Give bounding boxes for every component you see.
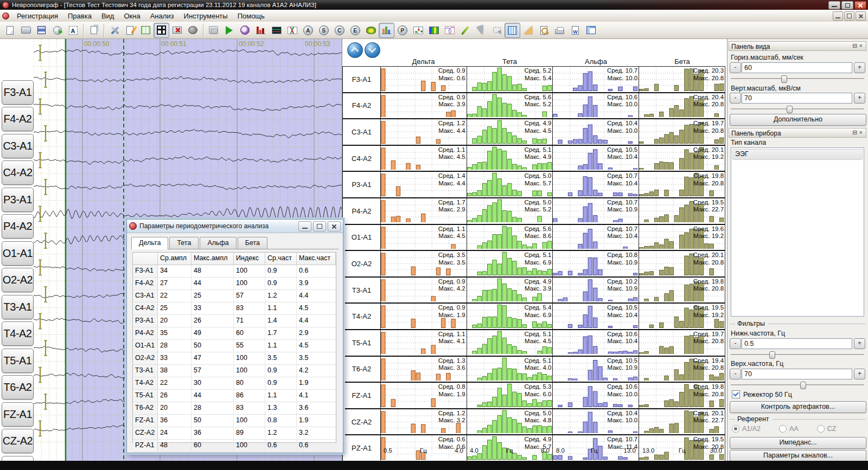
eeg-monitor-icon[interactable] <box>269 23 284 38</box>
channel-button-f3-a1[interactable]: F3-A1 <box>2 80 34 105</box>
artifact-control-button[interactable]: Контроль артефактов... <box>730 401 866 413</box>
table-row-t3-a1[interactable]: T3-A138571000.94.2 <box>133 365 336 377</box>
ruler-icon[interactable] <box>520 23 536 38</box>
table-row-p4-a2[interactable]: P4-A23549601.72.9 <box>133 327 336 340</box>
menu-item-5[interactable]: Анализ <box>145 11 179 21</box>
menu-item-3[interactable]: Вид <box>97 11 119 21</box>
horiz-scale-slider[interactable] <box>731 75 864 82</box>
histogram-red-icon[interactable] <box>253 23 269 38</box>
layout-panels-icon[interactable] <box>583 23 599 38</box>
panel-close-icon[interactable]: × <box>859 42 864 49</box>
preview-icon[interactable] <box>536 23 552 38</box>
high-freq-slider[interactable] <box>731 382 864 388</box>
scroll-down-button[interactable] <box>365 42 380 58</box>
spectral-map-icon[interactable] <box>426 23 442 38</box>
sphere-icon[interactable] <box>185 23 201 38</box>
dock-icon[interactable]: ⊟ <box>852 42 859 49</box>
impedance-button[interactable]: Импеданс... <box>730 437 866 449</box>
low-freq-slider[interactable] <box>731 351 864 358</box>
circle-c-icon[interactable]: C <box>331 23 347 38</box>
notch-filter-checkbox[interactable]: Режектор 50 Гц <box>732 390 792 398</box>
close-button[interactable] <box>854 1 866 9</box>
export-cd-icon[interactable] <box>49 23 65 38</box>
channel-button-pz-a1[interactable]: PZ-A1 <box>2 456 34 461</box>
table-row-o1-a1[interactable]: O1-A12850551.14.5 <box>133 340 336 352</box>
channel-button-o1-a1[interactable]: O1-A1 <box>2 241 34 266</box>
dialog-maximize-button[interactable] <box>313 221 326 231</box>
channel-button-c3-a1[interactable]: C3-A1 <box>2 134 34 158</box>
scroll-up-button[interactable] <box>347 42 363 58</box>
menu-item-7[interactable]: Помощь <box>233 11 270 21</box>
table-row-c3-a1[interactable]: C3-A12225571.24.4 <box>133 290 336 302</box>
vert-scale-slider[interactable] <box>731 106 864 112</box>
channel-button-f4-a2[interactable]: F4-A2 <box>2 107 34 131</box>
vert-scale-value[interactable]: 70 <box>742 93 852 104</box>
channel-button-fz-a1[interactable]: FZ-A1 <box>2 402 34 427</box>
table-row-t6-a2[interactable]: T6-A22028831.33.6 <box>133 402 336 415</box>
table-row-fz-a1[interactable]: FZ-A136501000.81.9 <box>133 415 336 427</box>
table-row-f3-a1[interactable]: F3-A134481000.90.6 <box>133 265 336 278</box>
circle-e-icon[interactable]: E <box>347 23 363 38</box>
low-freq-minus-button[interactable]: - <box>730 338 741 349</box>
play-icon[interactable] <box>221 23 237 38</box>
low-freq-plus-button[interactable]: + <box>854 338 865 349</box>
histogram-analysis-icon[interactable] <box>379 23 394 38</box>
copy-page-icon[interactable] <box>86 23 101 38</box>
wave-overlay-icon[interactable] <box>442 23 457 38</box>
vert-plus-button[interactable]: + <box>854 93 865 104</box>
tools-icon[interactable] <box>106 23 122 38</box>
screen-delete-icon[interactable] <box>169 23 185 38</box>
edit-protocol-icon[interactable] <box>122 23 138 38</box>
dialog-minimize-button[interactable] <box>298 221 311 231</box>
channel-button-t5-a1[interactable]: T5-A1 <box>2 349 34 373</box>
minimize-button[interactable] <box>828 1 840 9</box>
channel-params-button[interactable]: Параметры каналов... <box>730 450 866 462</box>
circle-p-icon[interactable]: P <box>394 23 410 38</box>
circle-s-icon[interactable]: S <box>316 23 331 38</box>
maximize-button[interactable] <box>841 1 853 9</box>
high-freq-minus-button[interactable]: - <box>730 369 741 379</box>
menu-item-1[interactable]: Регистрация <box>12 11 63 21</box>
selection-lasso-icon[interactable] <box>489 23 505 38</box>
channel-button-cz-a2[interactable]: CZ-A2 <box>2 429 34 453</box>
mdi-close-button[interactable] <box>856 11 866 21</box>
dialog-tab-1[interactable]: Дельта <box>131 237 168 249</box>
menu-item-6[interactable]: Инструменты <box>179 11 233 21</box>
mdi-system-menu-icon[interactable] <box>2 12 9 20</box>
mdi-minimize-button[interactable] <box>833 11 843 21</box>
cursor-arrow-icon[interactable] <box>473 23 489 38</box>
text-frame-icon[interactable]: A <box>65 23 81 38</box>
channel-button-t6-a2[interactable]: T6-A2 <box>2 375 34 400</box>
dialog-close-button[interactable] <box>328 221 341 231</box>
additional-button[interactable]: Дополнительно <box>730 114 866 126</box>
trend-plot-icon[interactable] <box>410 23 426 38</box>
referent-radio-cz[interactable]: CZ <box>817 425 837 433</box>
table-view-icon[interactable] <box>505 23 520 38</box>
table-row-f4-a2[interactable]: F4-A227441000.93.9 <box>133 278 336 290</box>
channel-type-list[interactable]: ЭЭГ <box>731 147 864 317</box>
print-icon[interactable] <box>552 23 567 38</box>
dialog-title-bar[interactable]: Параметры периодометрического анализа <box>127 220 343 233</box>
table-row-cz-a2[interactable]: CZ-A22436891.23.2 <box>133 427 336 440</box>
export-record-icon[interactable] <box>206 23 221 38</box>
table-row-pz-a1[interactable]: PZ-A148601000.60.6 <box>133 440 336 452</box>
menu-item-4[interactable]: Окна <box>119 11 145 21</box>
table-row-t4-a2[interactable]: T4-A22230800.91.9 <box>133 377 336 390</box>
table-green-icon[interactable] <box>138 23 154 38</box>
patient-head-icon[interactable] <box>237 23 253 38</box>
channel-button-t3-a1[interactable]: T3-A1 <box>2 295 34 319</box>
referent-radio-aa[interactable]: AA <box>779 425 799 433</box>
mdi-restore-button[interactable] <box>844 11 854 21</box>
dialog-tab-2[interactable]: Тета <box>169 237 199 249</box>
horiz-plus-button[interactable]: + <box>854 62 865 73</box>
horiz-minus-button[interactable]: - <box>730 62 741 73</box>
high-freq-value[interactable]: 70 <box>742 369 852 379</box>
channel-button-t4-a2[interactable]: T4-A2 <box>2 321 34 346</box>
channel-button-p4-a2[interactable]: P4-A2 <box>2 214 34 239</box>
channel-button-c4-a2[interactable]: C4-A2 <box>2 160 34 185</box>
table-row-o2-a2[interactable]: O2-A233471003.53.5 <box>133 352 336 365</box>
channel-button-p3-a1[interactable]: P3-A1 <box>2 188 34 212</box>
grid-montage-icon[interactable] <box>154 23 169 38</box>
dock-icon[interactable]: ⊟ <box>852 129 859 136</box>
word-export-icon[interactable]: W <box>567 23 583 38</box>
